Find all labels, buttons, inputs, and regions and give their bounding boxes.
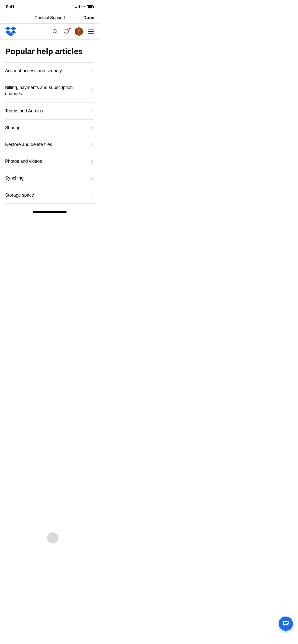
article-item[interactable]: Synching — [5, 170, 94, 186]
search-icon[interactable] — [51, 28, 59, 35]
wifi-icon — [81, 5, 85, 8]
home-indicator — [0, 209, 99, 215]
arrow-icon — [89, 125, 94, 130]
battery-icon — [87, 5, 93, 8]
article-item[interactable]: Restore and delete files — [5, 136, 94, 153]
article-list: Account access and security Billing, pay… — [5, 62, 94, 204]
article-label: Account access and security — [5, 68, 89, 74]
arrow-icon — [89, 108, 94, 113]
arrow-icon — [89, 193, 94, 198]
arrow-icon — [89, 68, 94, 74]
article-item[interactable]: Account access and security — [5, 62, 94, 79]
svg-line-1 — [56, 33, 58, 34]
status-bar: 9:41 — [0, 0, 99, 12]
article-label: Billing, payments and subscription chang… — [5, 84, 89, 97]
article-label: Synching — [5, 175, 89, 181]
arrow-icon — [89, 142, 94, 147]
article-label: Sharing — [5, 125, 89, 131]
article-label: Storage space — [5, 192, 89, 198]
article-label: Teams and Admins — [5, 108, 89, 114]
signal-icon — [75, 5, 80, 8]
main-content: Popular help articles Account access and… — [0, 40, 99, 204]
svg-rect-5 — [77, 32, 80, 33]
nav-bar: Contact Support Done — [0, 12, 99, 24]
article-item[interactable]: Teams and Admins — [5, 103, 94, 119]
hamburger-icon[interactable] — [88, 29, 94, 34]
header-icons — [51, 27, 94, 36]
article-label: Restore and delete files — [5, 141, 89, 148]
done-button[interactable]: Done — [84, 15, 94, 20]
nav-title: Contact Support — [34, 15, 65, 20]
article-label: Photos and videos — [5, 158, 89, 165]
dropbox-logo[interactable] — [5, 27, 16, 36]
app-header — [0, 24, 99, 40]
avatar[interactable] — [75, 27, 83, 36]
article-item[interactable]: Billing, payments and subscription chang… — [5, 79, 94, 102]
status-time: 9:41 — [6, 4, 15, 9]
arrow-icon — [89, 159, 94, 164]
article-item[interactable]: Sharing — [5, 119, 94, 136]
notification-icon[interactable] — [63, 28, 70, 35]
status-icons — [75, 5, 93, 8]
arrow-icon — [89, 88, 94, 93]
article-item[interactable]: Photos and videos — [5, 153, 94, 170]
notification-badge — [69, 27, 71, 30]
article-item[interactable]: Storage space — [5, 187, 94, 204]
arrow-icon — [89, 176, 94, 181]
home-bar — [33, 211, 67, 213]
section-title: Popular help articles — [5, 47, 94, 56]
